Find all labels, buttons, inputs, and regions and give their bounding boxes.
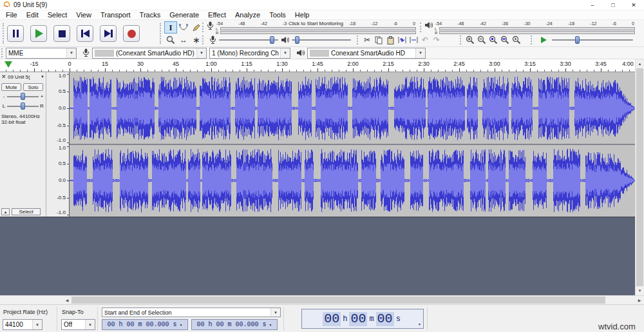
menu-item-edit[interactable]: Edit — [22, 10, 43, 20]
waveform-right-channel[interactable] — [70, 145, 635, 216]
toolbar-grip[interactable] — [202, 23, 204, 32]
selection-mode-select[interactable]: Start and End of Selection ▼ — [102, 308, 281, 317]
position-hours[interactable]: 00 — [323, 312, 341, 326]
paste-button[interactable] — [384, 35, 396, 46]
toolbar-grip[interactable] — [531, 35, 532, 44]
playback-meter-toolbar[interactable]: -54-48-42-36-30-24-18-12-60 L R — [419, 21, 635, 34]
audio-position-display[interactable]: 00 h 00 m 00 s ▼ — [301, 309, 424, 329]
undo-button[interactable]: ↶ — [419, 35, 431, 46]
envelope-tool-button[interactable] — [177, 21, 190, 34]
playback-meter[interactable]: -54-48-42-36-30-24-18-12-60 L R — [424, 21, 635, 34]
position-minutes[interactable]: 00 — [349, 312, 367, 326]
menu-item-generate[interactable]: Generate — [165, 10, 204, 20]
pause-button[interactable] — [7, 25, 24, 42]
time-shift-tool-button[interactable]: ↔ — [177, 34, 190, 46]
horizontal-scrollbar-thumb[interactable] — [71, 297, 605, 304]
toolbar-grip[interactable] — [460, 35, 461, 44]
selection-end-field[interactable]: 00 h 00 m 00.000 s ▼ — [191, 319, 278, 330]
solo-button[interactable]: Solo — [23, 83, 43, 91]
toolbar-grip[interactable] — [420, 23, 421, 32]
recording-meter-toolbar[interactable]: -54-48-42-36-30-24-18-12-60 L R Click to… — [201, 21, 416, 34]
zoom-in-button[interactable] — [464, 35, 476, 46]
menu-item-effect[interactable]: Effect — [204, 10, 231, 20]
monitoring-hint[interactable]: Click to Start Monitoring — [287, 21, 345, 26]
stop-button[interactable] — [53, 25, 70, 42]
playback-volume-slider[interactable] — [292, 35, 351, 45]
horizontal-scrollbar[interactable]: ◀ ▶ — [0, 295, 644, 304]
snap-to-select[interactable]: Off ▼ — [61, 319, 95, 330]
play-at-speed-button[interactable] — [538, 35, 549, 46]
skip-to-end-button[interactable] — [100, 25, 117, 42]
vertical-ruler-channel-2[interactable]: 1.00.50.0-0.5-1.0 — [46, 145, 69, 216]
scroll-up-arrow[interactable]: ▲ — [636, 59, 644, 68]
slider-thumb[interactable] — [21, 93, 25, 100]
selection-start-field[interactable]: 00 h 00 m 00.000 s ▼ — [102, 319, 188, 330]
track-menu-chevron-icon[interactable]: ▼ — [41, 75, 44, 79]
toolbar-grip[interactable] — [1, 48, 3, 57]
vertical-ruler-channel-1[interactable]: 1.00.50.0-0.5-1.0 — [46, 73, 69, 144]
slider-thumb[interactable] — [270, 36, 274, 44]
track-close-icon[interactable]: ✕ — [1, 74, 6, 80]
recording-device-select[interactable]: (Conexant SmartAudio HD) ▼ — [92, 48, 207, 59]
menu-item-view[interactable]: View — [71, 10, 96, 20]
gain-slider[interactable] — [7, 93, 39, 100]
menu-item-tools[interactable]: Tools — [265, 10, 290, 20]
minimize-button[interactable]: – — [582, 0, 603, 10]
slider-thumb[interactable] — [21, 103, 25, 110]
play-button[interactable] — [30, 25, 47, 42]
fit-selection-button[interactable] — [488, 35, 499, 46]
playback-meter-scale[interactable]: -54-48-42-36-30-24-18-12-60 L R — [435, 21, 635, 34]
toolbar-grip[interactable] — [202, 35, 204, 44]
recording-channels-select[interactable]: 1 (Mono) Recording Ch ▼ — [209, 48, 290, 59]
selection-tool-button[interactable]: I — [164, 21, 177, 34]
redo-button[interactable]: ↷ — [431, 35, 442, 46]
track-title[interactable]: 09 Unit 5( — [8, 74, 39, 80]
fit-project-button[interactable] — [499, 35, 511, 46]
menu-item-tracks[interactable]: Tracks — [135, 10, 166, 20]
scroll-down-arrow[interactable]: ▼ — [636, 286, 644, 295]
copy-button[interactable] — [373, 35, 384, 46]
recording-meter[interactable]: -54-48-42-36-30-24-18-12-60 L R Click to… — [207, 21, 416, 34]
zoom-tool-button[interactable] — [164, 34, 177, 46]
zoom-toggle-button[interactable] — [511, 35, 522, 46]
toolbar-grip[interactable] — [3, 23, 4, 44]
waveform-left-channel[interactable] — [70, 73, 635, 144]
track-workspace[interactable]: ✕ 09 Unit 5( ▼ Mute Solo - + L R — [0, 72, 635, 295]
menu-item-analyze[interactable]: Analyze — [231, 10, 265, 20]
silence-audio-button[interactable] — [408, 35, 419, 46]
vertical-scrollbar-thumb[interactable] — [636, 68, 643, 286]
track-select-button[interactable]: Select — [12, 208, 41, 215]
trim-audio-button[interactable] — [396, 35, 408, 46]
vertical-ruler[interactable]: 1.00.50.0-0.5-1.0 1.00.50.0-0.5-1.0 — [46, 72, 69, 217]
recording-volume-slider[interactable] — [219, 35, 278, 45]
menu-item-select[interactable]: Select — [43, 10, 72, 20]
playback-speed-slider[interactable] — [552, 35, 633, 45]
scroll-right-arrow[interactable]: ▶ — [635, 296, 644, 304]
track-header[interactable]: ✕ 09 Unit 5( ▼ — [1, 73, 44, 81]
slider-thumb[interactable] — [295, 36, 299, 44]
menu-item-transport[interactable]: Transport — [96, 10, 135, 20]
menu-item-help[interactable]: Help — [290, 10, 314, 20]
waveform-area[interactable] — [69, 72, 635, 217]
toolbar-grip[interactable] — [160, 23, 161, 44]
menu-item-file[interactable]: File — [1, 10, 22, 20]
slider-thumb[interactable] — [575, 36, 580, 44]
pan-slider[interactable] — [7, 103, 39, 110]
timeline-scale[interactable]: -1501530451:001:151:301:452:002:152:302:… — [0, 59, 635, 72]
vertical-scrollbar[interactable]: ▲ ▼ — [635, 59, 644, 295]
toolbar-grip[interactable] — [357, 35, 358, 44]
cut-button[interactable]: ✂ — [361, 35, 373, 46]
maximize-button[interactable]: □ — [603, 0, 623, 10]
skip-to-start-button[interactable] — [77, 25, 93, 42]
mute-button[interactable]: Mute — [1, 83, 21, 91]
position-seconds[interactable]: 00 — [376, 312, 394, 326]
record-button[interactable] — [123, 25, 140, 42]
audio-host-select[interactable]: MME ▼ — [6, 48, 77, 59]
timeline-ruler[interactable]: -1501530451:001:151:301:452:002:152:302:… — [0, 59, 635, 72]
scroll-left-arrow[interactable]: ◀ — [62, 296, 71, 304]
project-rate-select[interactable]: 44100 ▼ — [3, 319, 43, 330]
collapse-track-button[interactable]: ▲ — [1, 208, 10, 215]
recording-meter-scale[interactable]: -54-48-42-36-30-24-18-12-60 L R Click to… — [216, 21, 416, 34]
playback-device-select[interactable]: Conexant SmartAudio HD ▼ — [307, 48, 426, 59]
close-button[interactable]: ✕ — [623, 0, 644, 10]
